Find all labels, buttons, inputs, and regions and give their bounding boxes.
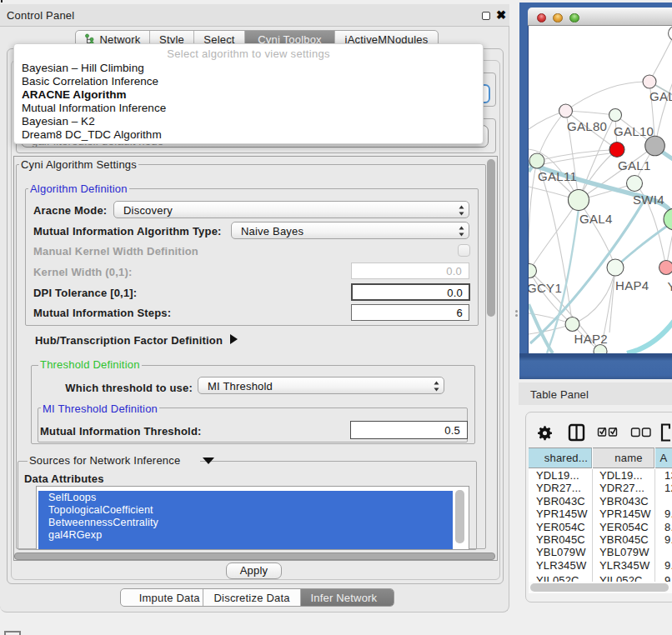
svg-text:GAL1: GAL1 xyxy=(618,158,651,172)
svg-text:GAL10: GAL10 xyxy=(614,124,654,138)
svg-text:SWI4: SWI4 xyxy=(633,192,664,207)
svg-text:HAP4: HAP4 xyxy=(615,278,649,292)
svg-text:HAP2: HAP2 xyxy=(574,332,608,346)
svg-text:GCY1: GCY1 xyxy=(529,281,562,295)
svg-text:Y: Y xyxy=(668,279,672,293)
svg-text:GAL: GAL xyxy=(649,89,672,103)
svg-text:GAL80: GAL80 xyxy=(567,119,607,133)
svg-text:GAL4: GAL4 xyxy=(579,212,613,226)
svg-text:GAL11: GAL11 xyxy=(538,169,577,183)
